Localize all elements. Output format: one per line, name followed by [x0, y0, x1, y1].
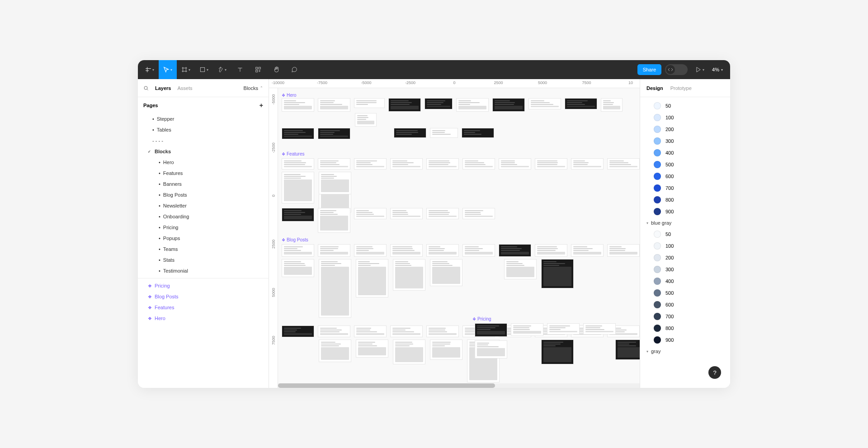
color-swatch-200[interactable]: 200 [640, 123, 730, 135]
frame-thumbnail[interactable] [583, 323, 616, 335]
frame-thumbnail[interactable] [571, 244, 604, 257]
pen-tool-button[interactable]: ▾ [213, 60, 231, 79]
page-item-testimonial[interactable]: •Testimonial [138, 265, 269, 276]
frame-thumbnail[interactable] [499, 244, 531, 257]
frame-thumbnail[interactable] [426, 208, 459, 219]
color-swatch-50[interactable]: 50 [640, 100, 730, 112]
tab-assets[interactable]: Assets [177, 85, 192, 91]
frame-thumbnail[interactable] [282, 98, 314, 112]
main-menu-button[interactable]: ▾ [141, 60, 159, 79]
page-item-stats[interactable]: •Stats [138, 255, 269, 265]
frame-thumbnail[interactable] [456, 98, 489, 112]
color-swatch-700[interactable]: 700 [640, 311, 730, 322]
frame-thumbnail[interactable] [282, 158, 314, 170]
frame-thumbnail[interactable] [511, 323, 543, 336]
shape-tool-button[interactable]: ▾ [195, 60, 213, 79]
add-page-button[interactable]: + [259, 102, 263, 109]
color-swatch-400[interactable]: 400 [640, 275, 730, 287]
frame-thumbnail[interactable] [354, 244, 387, 257]
frame-thumbnail[interactable] [426, 244, 459, 257]
frame-thumbnail[interactable] [462, 158, 495, 170]
color-swatch-500[interactable]: 500 [640, 159, 730, 170]
frame-thumbnail[interactable] [393, 340, 425, 364]
frame-thumbnail[interactable] [426, 325, 459, 337]
dev-mode-toggle[interactable] [665, 64, 688, 75]
frame-tool-button[interactable]: ▾ [177, 60, 195, 79]
zoom-dropdown[interactable]: 4% ▾ [708, 67, 727, 72]
frame-thumbnail[interactable] [356, 340, 388, 358]
present-button[interactable]: ▾ [692, 60, 708, 79]
comment-tool-button[interactable] [285, 60, 303, 79]
frame-thumbnail[interactable] [430, 259, 462, 286]
text-tool-button[interactable] [231, 60, 249, 79]
frame-thumbnail[interactable] [390, 244, 423, 257]
frame-thumbnail[interactable] [426, 158, 459, 170]
frame-thumbnail[interactable] [394, 128, 426, 138]
color-swatch-900[interactable]: 900 [640, 334, 730, 346]
page-item-hero[interactable]: •Hero [138, 157, 269, 168]
component-pricing[interactable]: ❖Pricing [138, 280, 269, 291]
frame-thumbnail[interactable] [393, 259, 425, 291]
horizontal-scrollbar[interactable] [278, 383, 640, 388]
layer-list[interactable]: •Stepper•Tables- - - -✓Blocks•Hero•Featu… [138, 113, 269, 388]
frame-thumbnail[interactable] [282, 208, 314, 222]
color-swatch-900[interactable]: 900 [640, 206, 730, 217]
frame-thumbnail[interactable] [462, 208, 495, 219]
frame-thumbnail[interactable] [282, 128, 314, 139]
color-swatch-100[interactable]: 100 [640, 112, 730, 123]
frame-thumbnail[interactable] [492, 98, 525, 112]
page-item-blocks[interactable]: ✓Blocks [138, 146, 269, 157]
frame-thumbnail[interactable] [499, 158, 531, 170]
frame-thumbnail[interactable] [601, 98, 623, 112]
color-swatch-300[interactable]: 300 [640, 135, 730, 147]
color-group-blue-gray[interactable]: ▾blue gray [640, 217, 730, 228]
canvas-area[interactable]: -10000-7500-5000-2500025005000750010 -50… [269, 79, 640, 388]
frame-thumbnail[interactable] [318, 244, 350, 257]
frame-thumbnail[interactable] [462, 244, 495, 257]
help-button[interactable]: ? [708, 366, 721, 379]
color-swatch-700[interactable]: 700 [640, 182, 730, 194]
color-swatch-600[interactable]: 600 [640, 299, 730, 311]
color-swatch-800[interactable]: 800 [640, 194, 730, 206]
page-item-teams[interactable]: •Teams [138, 244, 269, 255]
section-label-features[interactable]: ❖Features [282, 151, 304, 156]
color-swatch-800[interactable]: 800 [640, 322, 730, 334]
frame-thumbnail[interactable] [504, 259, 537, 279]
frame-thumbnail[interactable] [535, 244, 567, 257]
section-label-blog-posts[interactable]: ❖Blog Posts [282, 237, 308, 242]
color-styles-list[interactable]: 50100200300400500600700800900▾blue gray5… [640, 97, 730, 388]
page-item[interactable]: - - - - [138, 135, 269, 146]
frame-thumbnail[interactable] [528, 98, 561, 109]
frame-thumbnail[interactable] [388, 98, 421, 112]
page-selector[interactable]: Blocks ⌃ [244, 85, 263, 91]
page-item-onboarding[interactable]: •Onboarding [138, 211, 269, 222]
tab-layers[interactable]: Layers [155, 85, 171, 91]
color-swatch-100[interactable]: 100 [640, 240, 730, 252]
page-item-features[interactable]: •Features [138, 168, 269, 179]
page-item-banners[interactable]: •Banners [138, 179, 269, 189]
frame-thumbnail[interactable] [354, 158, 387, 170]
frame-thumbnail[interactable] [475, 323, 507, 337]
frame-thumbnail[interactable] [318, 208, 350, 233]
frame-thumbnail[interactable] [607, 244, 640, 257]
tab-design[interactable]: Design [646, 85, 663, 91]
page-item[interactable]: •Stepper [138, 113, 269, 124]
frame-thumbnail[interactable] [319, 259, 351, 318]
frame-thumbnail[interactable] [390, 325, 423, 337]
frame-thumbnail[interactable] [390, 208, 423, 219]
frame-thumbnail[interactable] [390, 158, 423, 170]
section-label-hero[interactable]: ❖Hero [282, 93, 297, 98]
canvas-viewport[interactable]: ❖Hero❖Features❖Blog Posts❖Pricing [269, 88, 640, 388]
section-label-pricing[interactable]: ❖Pricing [472, 316, 491, 321]
frame-thumbnail[interactable] [571, 158, 604, 170]
share-button[interactable]: Share [637, 64, 661, 75]
page-item-blog-posts[interactable]: •Blog Posts [138, 189, 269, 200]
component-blog-posts[interactable]: ❖Blog Posts [138, 291, 269, 302]
color-swatch-200[interactable]: 200 [640, 252, 730, 264]
page-item-pricing[interactable]: •Pricing [138, 222, 269, 233]
frame-thumbnail[interactable] [355, 113, 377, 127]
hand-tool-button[interactable] [267, 60, 285, 79]
frame-thumbnail[interactable] [282, 325, 314, 337]
move-tool-button[interactable]: ▾ [159, 60, 177, 79]
page-item[interactable]: •Tables [138, 124, 269, 135]
